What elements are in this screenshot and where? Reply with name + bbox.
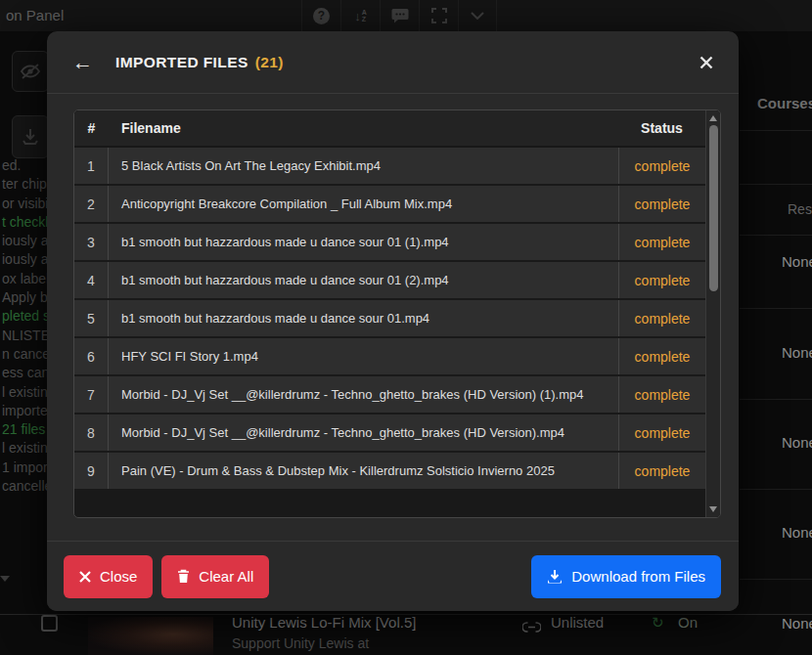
- row-checkbox[interactable]: [41, 615, 58, 632]
- table-row: 2 Anticopyright Breakcore Compilation _ …: [74, 186, 705, 224]
- row-filename: b1 smooth but hazzardous made u dance so…: [109, 224, 618, 260]
- hide-visibility-button[interactable]: [12, 51, 49, 92]
- row-filename: Morbid - DJ_Vj Set __@killerdrumz - Tech…: [109, 376, 618, 413]
- row-number: 5: [74, 300, 109, 336]
- video-title: Unity Lewis Lo-Fi Mix [Vol.5]: [232, 614, 416, 631]
- table-row: 3 b1 smooth but hazzardous made u dance …: [74, 224, 705, 262]
- app-topbar: on Panel ? ↓AZ: [0, 0, 812, 31]
- imported-files-modal: ← IMPORTED FILES (21) # Filename Status …: [47, 31, 739, 611]
- row-divider: [740, 399, 812, 400]
- row-number: 3: [74, 224, 109, 260]
- row-divider: [740, 579, 812, 580]
- table-row: 4 b1 smooth but hazzardous made u dance …: [74, 262, 705, 300]
- background-download-button[interactable]: [12, 115, 49, 158]
- scroll-down-arrow-icon[interactable]: [709, 506, 717, 512]
- row-number: 6: [74, 338, 109, 374]
- table-row: 6 HFY SCI FI Story 1.mp4 complete: [74, 338, 705, 376]
- clear-all-button[interactable]: Clear All: [161, 555, 269, 598]
- row-filename: Anticopyright Breakcore Compilation _ Fu…: [109, 186, 618, 222]
- back-arrow-icon[interactable]: ←: [72, 51, 93, 74]
- toggle-state: On: [678, 614, 698, 631]
- close-icon[interactable]: [699, 56, 713, 69]
- row-number: 9: [74, 453, 109, 489]
- app-title: on Panel: [6, 0, 64, 31]
- row-status: complete: [618, 376, 705, 413]
- caret-down-icon: [0, 576, 10, 582]
- chevron-down-icon[interactable]: [458, 0, 497, 31]
- visibility-status: Unlisted: [551, 614, 604, 631]
- column-header-filename: Filename: [109, 119, 618, 138]
- modal-body: # Filename Status 1 5 Black Artists On A…: [47, 94, 739, 518]
- row-status: complete: [618, 300, 705, 336]
- row-divider: [740, 130, 812, 131]
- row-divider: [740, 184, 812, 185]
- scroll-up-arrow-icon[interactable]: [709, 115, 717, 121]
- row-number: 2: [74, 186, 109, 222]
- row-divider: [740, 235, 812, 236]
- courses-cell: None: [782, 253, 812, 270]
- download-icon: [22, 128, 39, 146]
- screen: on Panel ? ↓AZ ed.t: [0, 0, 812, 655]
- table-row: 1 5 Black Artists On Art The Legacy Exhi…: [74, 148, 705, 186]
- table-row: 5 b1 smooth but hazzardous made u dance …: [74, 300, 705, 338]
- courses-cell: None: [782, 615, 812, 632]
- refresh-icon: ↻: [652, 614, 664, 632]
- download-icon: [547, 569, 563, 585]
- column-header-status: Status: [618, 120, 705, 136]
- row-divider: [740, 308, 812, 309]
- row-status: complete: [618, 186, 705, 222]
- table-rows: 1 5 Black Artists On Art The Legacy Exhi…: [74, 148, 720, 491]
- row-filename: Pain (VE) - Drum & Bass & Dubstep Mix - …: [109, 453, 618, 489]
- courses-cell: None: [782, 524, 812, 541]
- trash-icon: [177, 569, 190, 584]
- modal-title: IMPORTED FILES: [115, 54, 248, 71]
- row-filename: b1 smooth but hazzardous made u dance so…: [109, 300, 618, 336]
- row-status: complete: [618, 262, 705, 298]
- table-row: 7 Morbid - DJ_Vj Set __@killerdrumz - Te…: [74, 376, 705, 415]
- fullscreen-icon[interactable]: [419, 0, 458, 31]
- link-icon: [522, 619, 541, 636]
- column-header-num: #: [74, 120, 109, 136]
- row-filename: Morbid - DJ_Vj Set __@killerdrumz - Tech…: [109, 415, 618, 451]
- row-number: 4: [74, 262, 109, 298]
- row-filename: b1 smooth but hazzardous made u dance so…: [109, 262, 618, 298]
- courses-cell: None: [782, 434, 812, 451]
- table-header-row: # Filename Status: [74, 110, 705, 148]
- row-filename: 5 Black Artists On Art The Legacy Exhibi…: [109, 148, 618, 184]
- help-icon[interactable]: ?: [301, 0, 340, 31]
- table-row: 8 Morbid - DJ_Vj Set __@killerdrumz - Te…: [74, 415, 705, 453]
- video-subtitle: Support Unity Lewis at: [232, 635, 369, 651]
- courses-cell: None: [782, 344, 812, 361]
- modal-footer: Close Clear All Download from Files: [47, 541, 739, 611]
- row-number: 8: [74, 415, 109, 451]
- scrollbar-thumb[interactable]: [709, 125, 718, 291]
- restricted-cell: Restr: [788, 201, 812, 217]
- row-status: complete: [618, 453, 705, 489]
- sort-az-icon[interactable]: ↓AZ: [340, 0, 380, 31]
- close-button[interactable]: Close: [64, 555, 153, 598]
- row-number: 7: [74, 376, 109, 413]
- row-number: 1: [74, 148, 109, 184]
- row-status: complete: [618, 148, 705, 184]
- video-thumbnail[interactable]: [88, 617, 213, 655]
- x-icon: [79, 571, 91, 583]
- row-status: complete: [618, 224, 705, 260]
- courses-column-header: Courses: [757, 95, 812, 111]
- topbar-icon-group: ? ↓AZ: [301, 0, 497, 31]
- row-status: complete: [618, 338, 705, 374]
- eye-slash-icon: [20, 63, 41, 80]
- row-filename: HFY SCI FI Story 1.mp4: [109, 338, 618, 374]
- imported-files-count: (21): [255, 54, 284, 71]
- table-scrollbar[interactable]: [705, 110, 720, 517]
- row-divider: [740, 489, 812, 490]
- table-row: 9 Pain (VE) - Drum & Bass & Dubstep Mix …: [74, 453, 705, 491]
- row-status: complete: [618, 415, 705, 451]
- chat-icon[interactable]: [380, 0, 419, 31]
- download-from-files-button[interactable]: Download from Files: [531, 555, 721, 598]
- imported-files-table: # Filename Status 1 5 Black Artists On A…: [73, 109, 721, 518]
- modal-header: ← IMPORTED FILES (21): [47, 31, 739, 94]
